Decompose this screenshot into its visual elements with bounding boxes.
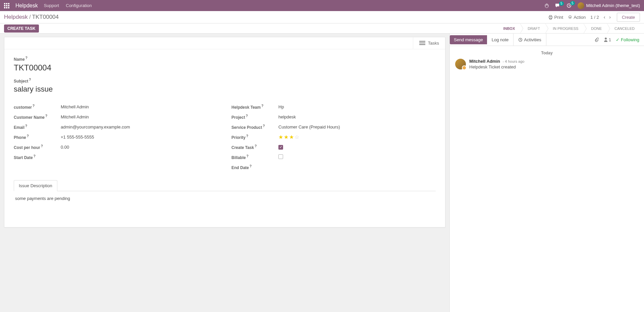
status-inbox[interactable]: INBOX xyxy=(498,23,520,33)
message: Mitchell Admin - 4 hours ago Helpdesk Ti… xyxy=(455,59,639,69)
customer-name-value[interactable]: Mitchell Admin xyxy=(61,114,89,119)
statusbar: INBOX DRAFT IN PROGRESS DONE CANCELED xyxy=(498,23,640,33)
create-task-label: Create Task? xyxy=(231,144,278,150)
apps-icon[interactable] xyxy=(4,3,9,8)
control-bar: Helpdesk/TKT00004 Print Action 1 / 2 ‹ ›… xyxy=(0,11,644,23)
priority-stars[interactable]: ★ ★ ★ ☆ xyxy=(278,134,299,140)
avatar-icon xyxy=(578,2,584,9)
subject-label: Subject? xyxy=(14,78,436,84)
activities-button[interactable]: Activities xyxy=(514,34,546,46)
pager: 1 / 2 ‹ › xyxy=(590,14,612,20)
attachment-icon[interactable] xyxy=(594,37,599,42)
subject-value[interactable]: salary issue xyxy=(14,85,436,94)
create-button[interactable]: Create xyxy=(617,13,640,22)
chatter-date: Today xyxy=(455,51,639,55)
service-value[interactable]: Customer Care (Prepaid Hours) xyxy=(278,124,340,129)
star-icon[interactable]: ★ xyxy=(289,134,294,140)
breadcrumb-current: TKT00004 xyxy=(32,14,59,20)
clock-icon[interactable]: 5 xyxy=(567,3,572,8)
email-value[interactable]: admin@yourcompany.example.com xyxy=(61,124,130,129)
priority-label: Priority? xyxy=(231,134,278,140)
phone-value[interactable]: +1 555-555-5555 xyxy=(61,135,94,140)
send-message-button[interactable]: Send message xyxy=(450,35,487,44)
status-row: CREATE TASK INBOX DRAFT IN PROGRESS DONE… xyxy=(0,23,644,34)
pager-prev[interactable]: ‹ xyxy=(602,14,607,20)
breadcrumb: Helpdesk/TKT00004 xyxy=(4,14,59,20)
tab-issue-description[interactable]: Issue Description xyxy=(14,180,57,191)
customer-label: customer? xyxy=(14,104,61,110)
bug-icon[interactable] xyxy=(544,3,549,8)
project-label: Project? xyxy=(231,114,278,120)
chat-icon[interactable]: 5 xyxy=(555,3,560,8)
cost-label: Cost per hour? xyxy=(14,144,61,150)
tasks-stat-button[interactable]: Tasks xyxy=(413,37,445,49)
avatar-icon xyxy=(455,59,466,69)
nav-menu-configuration[interactable]: Configuration xyxy=(66,3,92,8)
svg-point-3 xyxy=(605,38,607,40)
star-icon[interactable]: ★ xyxy=(278,134,283,140)
user-menu[interactable]: Mitchell Admin (theme_test) xyxy=(578,2,640,9)
breadcrumb-root[interactable]: Helpdesk xyxy=(4,14,28,20)
top-nav: Helpdesk Support Configuration 5 5 Mitch… xyxy=(0,0,644,11)
service-label: Service Product? xyxy=(231,124,278,130)
customer-value[interactable]: Mitchell Admin xyxy=(61,104,89,109)
action-button[interactable]: Action xyxy=(568,15,586,20)
billable-label: Billable? xyxy=(231,154,278,160)
create-task-button[interactable]: CREATE TASK xyxy=(4,24,39,33)
status-canceled[interactable]: CANCELED xyxy=(607,23,640,33)
status-draft[interactable]: DRAFT xyxy=(520,23,545,33)
nav-menu-support[interactable]: Support xyxy=(44,3,59,8)
status-done[interactable]: DONE xyxy=(584,23,607,33)
form-sheet: Tasks Name? TKT00004 Subject? salary iss… xyxy=(4,37,445,227)
pager-text: 1 / 2 xyxy=(590,15,599,20)
tasks-icon xyxy=(419,41,425,46)
project-value[interactable]: helpdesk xyxy=(278,114,296,119)
status-progress[interactable]: IN PROGRESS xyxy=(545,23,584,33)
issue-description-content[interactable]: some payments are pending xyxy=(14,191,436,218)
star-icon[interactable]: ★ xyxy=(284,134,288,140)
clock-badge: 5 xyxy=(570,1,575,5)
message-text: Helpdesk Ticket created xyxy=(469,64,524,69)
message-time: - 4 hours ago xyxy=(503,59,525,63)
phone-label: Phone? xyxy=(14,134,61,140)
pager-next[interactable]: › xyxy=(608,14,612,20)
team-value[interactable]: Hp xyxy=(278,104,284,109)
svg-point-1 xyxy=(570,16,571,17)
billable-checkbox[interactable] xyxy=(278,154,283,159)
customer-name-label: Customer Name? xyxy=(14,114,61,120)
chatter: Send message Log note Activities 1 ✓ Fol… xyxy=(449,34,644,312)
name-label: Name? xyxy=(14,56,436,62)
log-note-button[interactable]: Log note xyxy=(487,34,514,46)
name-value[interactable]: TKT00004 xyxy=(14,63,436,72)
start-date-label: Start Date? xyxy=(14,154,61,160)
message-author[interactable]: Mitchell Admin xyxy=(469,59,500,64)
followers-count[interactable]: 1 xyxy=(604,37,611,42)
team-label: Helpdesk Team? xyxy=(231,104,278,110)
print-button[interactable]: Print xyxy=(548,15,563,20)
star-icon[interactable]: ☆ xyxy=(294,134,299,140)
user-name: Mitchell Admin (theme_test) xyxy=(586,3,640,8)
email-label: Email? xyxy=(14,124,61,130)
create-task-checkbox[interactable]: ✓ xyxy=(278,145,283,150)
cost-value[interactable]: 0.00 xyxy=(61,145,69,150)
following-button[interactable]: ✓ Following xyxy=(616,37,639,42)
nav-brand[interactable]: Helpdesk xyxy=(15,3,38,9)
end-date-label: End Date? xyxy=(231,164,278,170)
chat-badge: 5 xyxy=(559,1,564,6)
